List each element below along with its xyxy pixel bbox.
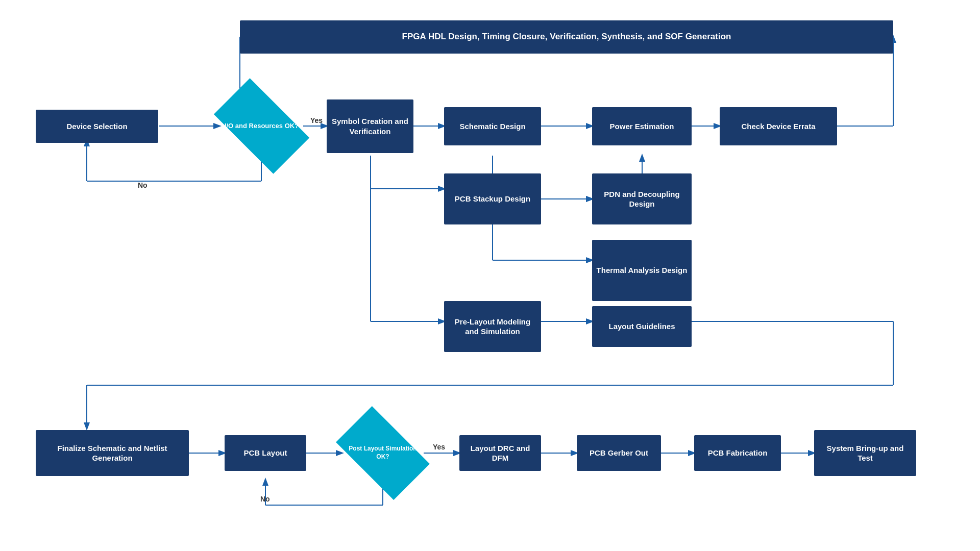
layout-drc-box: Layout DRC and DFM [459,435,541,471]
pre-layout-box: Pre-Layout Modeling and Simulation [444,301,541,352]
device-selection-box: Device Selection [36,110,158,143]
system-bringup-box: System Bring-up and Test [814,430,916,476]
no-label-2: No [260,495,270,503]
symbol-creation-box: Symbol Creation and Verification [327,99,413,153]
post-layout-diamond: Post Layout Simulation OK? [336,406,430,500]
fpga-hdl-box: FPGA HDL Design, Timing Closure, Verific… [240,20,893,54]
finalize-schematic-box: Finalize Schematic and Netlist Generatio… [36,430,189,476]
no-label-1: No [138,181,148,189]
yes-label-2: Yes [433,443,445,451]
yes-label-1: Yes [310,116,323,124]
thermal-analysis-box: Thermal Analysis Design [592,240,692,301]
layout-guidelines-box: Layout Guidelines [592,306,692,347]
pcb-fabrication-box: PCB Fabrication [694,435,781,471]
pcb-gerber-box: PCB Gerber Out [577,435,661,471]
power-estimation-box: Power Estimation [592,107,692,145]
check-errata-box: Check Device Errata [720,107,837,145]
io-diamond: I/O and Resources OK? [214,78,309,173]
pdn-decoupling-box: PDN and Decoupling Design [592,173,692,224]
pcb-stackup-box: PCB Stackup Design [444,173,541,224]
pcb-layout-box: PCB Layout [225,435,306,471]
schematic-design-box: Schematic Design [444,107,541,145]
